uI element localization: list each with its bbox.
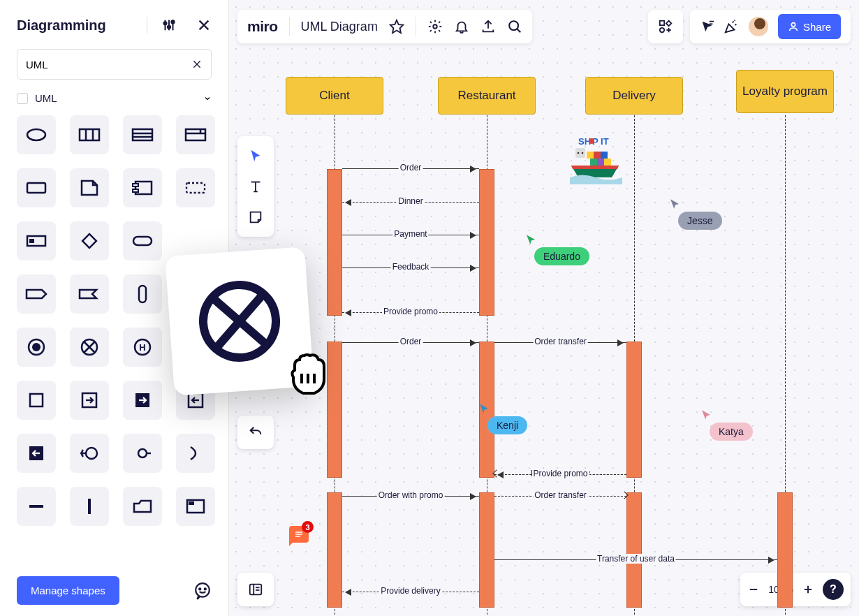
shape-slot[interactable]	[17, 221, 56, 261]
shape-window[interactable]	[176, 487, 215, 526]
shape-receive-signal[interactable]	[70, 274, 109, 314]
clear-search-icon[interactable]	[191, 59, 203, 70]
shape-minus[interactable]	[17, 487, 56, 526]
lifeline-client[interactable]: Client	[286, 77, 383, 115]
shape-circle-h[interactable]: H	[123, 328, 162, 367]
shape-diamond[interactable]	[70, 221, 109, 261]
message-label: Feedback	[391, 262, 431, 272]
svg-point-47	[138, 449, 147, 457]
shape-card[interactable]	[17, 168, 56, 207]
svg-text:H: H	[139, 342, 145, 353]
svg-rect-90	[587, 152, 594, 159]
svg-rect-93	[590, 159, 597, 166]
svg-rect-92	[601, 152, 608, 159]
shape-bar-vert[interactable]	[70, 487, 109, 526]
message-label: Order transfer	[533, 337, 588, 346]
activation-bar[interactable]	[777, 492, 793, 608]
shape-square-arrow-r[interactable]	[70, 381, 109, 420]
svg-rect-52	[189, 501, 194, 505]
ship-it-sticker[interactable]: SH P IT	[570, 134, 622, 193]
shape-arc[interactable]	[176, 434, 215, 473]
message-label: Provide delivery	[379, 586, 441, 596]
divider	[147, 17, 147, 34]
lifeline-restaurant[interactable]: Restaurant	[438, 77, 536, 115]
canvas[interactable]: miro UML Diagram Share	[229, 0, 859, 616]
shape-component[interactable]	[123, 168, 162, 207]
message-label: Payment	[392, 229, 428, 239]
activation-bar[interactable]	[327, 169, 342, 316]
chevron-down-icon[interactable]	[203, 94, 212, 103]
svg-rect-37	[30, 394, 43, 406]
svg-point-88	[578, 152, 580, 154]
manage-shapes-button[interactable]: Manage shapes	[17, 576, 119, 605]
shape-three-col[interactable]	[70, 115, 109, 154]
sidebar-footer: Manage shapes	[0, 565, 228, 616]
shape-filled-arrow-r[interactable]	[123, 381, 162, 420]
category-row[interactable]: UML	[0, 87, 228, 115]
shape-filled-circle[interactable]	[17, 328, 56, 367]
activation-bar[interactable]	[626, 342, 642, 478]
collaborator-cursor	[478, 402, 490, 418]
collaborator-label: Kenji	[487, 416, 527, 434]
svg-rect-27	[82, 234, 96, 248]
shape-search[interactable]	[17, 49, 212, 80]
svg-point-54	[199, 588, 200, 589]
lifeline-delivery[interactable]: Delivery	[585, 77, 683, 115]
shape-small-circle[interactable]	[123, 434, 162, 473]
collaborator-label: Jesse	[678, 212, 722, 230]
svg-rect-20	[27, 183, 45, 193]
svg-rect-91	[594, 152, 601, 159]
shape-square[interactable]	[17, 381, 56, 420]
svg-point-86	[589, 138, 594, 144]
svg-point-31	[32, 343, 41, 351]
search-input[interactable]	[26, 59, 191, 71]
grab-cursor-icon	[286, 353, 331, 395]
collaborator-cursor	[524, 233, 537, 249]
svg-point-53	[196, 583, 210, 597]
activation-bar[interactable]	[479, 492, 494, 608]
shape-note[interactable]	[70, 168, 109, 207]
message-label: Order with promo	[377, 490, 445, 500]
message-label: Dinner	[397, 196, 424, 206]
svg-point-3	[163, 22, 166, 24]
shape-ellipse[interactable]	[17, 115, 56, 154]
svg-point-46	[86, 448, 97, 459]
category-checkbox[interactable]	[17, 93, 28, 104]
message-label: Order	[399, 163, 423, 173]
svg-rect-14	[133, 129, 152, 140]
shape-table[interactable]	[123, 115, 162, 154]
shape-merge[interactable]	[70, 434, 109, 473]
svg-rect-95	[604, 159, 611, 166]
svg-point-5	[171, 20, 174, 23]
svg-rect-22	[133, 184, 138, 186]
activation-bar[interactable]	[327, 492, 342, 608]
svg-rect-87	[575, 148, 585, 158]
svg-point-55	[205, 588, 206, 589]
sequence-diagram[interactable]: ClientRestaurantDeliveryLoyalty programO…	[229, 0, 859, 616]
svg-text:P IT: P IT	[592, 136, 609, 147]
settings-sliders-icon[interactable]	[161, 17, 177, 33]
message-label: Provide promo	[531, 469, 589, 478]
sidebar-title: Diagramming	[17, 17, 106, 34]
lifeline-loyalty-program[interactable]: Loyalty program	[736, 70, 834, 113]
shape-send-signal[interactable]	[17, 274, 56, 314]
shape-rounded[interactable]	[123, 221, 162, 261]
shape-dashed-box[interactable]	[176, 168, 215, 207]
svg-point-4	[168, 26, 170, 29]
close-icon[interactable]	[196, 17, 212, 33]
svg-rect-11	[80, 129, 99, 140]
circle-x-shape-icon	[195, 277, 284, 366]
message-label: Provide promo	[382, 307, 439, 316]
shape-browser[interactable]	[176, 115, 215, 154]
feedback-icon[interactable]	[193, 582, 212, 600]
shape-folder[interactable]	[123, 487, 162, 526]
shape-filled-arrow-l[interactable]	[17, 434, 56, 473]
activation-bar[interactable]	[479, 169, 494, 316]
shape-circle-x[interactable]	[70, 328, 109, 367]
activation-bar[interactable]	[626, 492, 642, 608]
svg-point-10	[27, 129, 45, 140]
sidebar-header: Diagramming	[0, 0, 228, 42]
svg-rect-29	[139, 286, 146, 302]
shape-pill-vert[interactable]	[123, 274, 162, 314]
svg-rect-94	[597, 159, 604, 166]
